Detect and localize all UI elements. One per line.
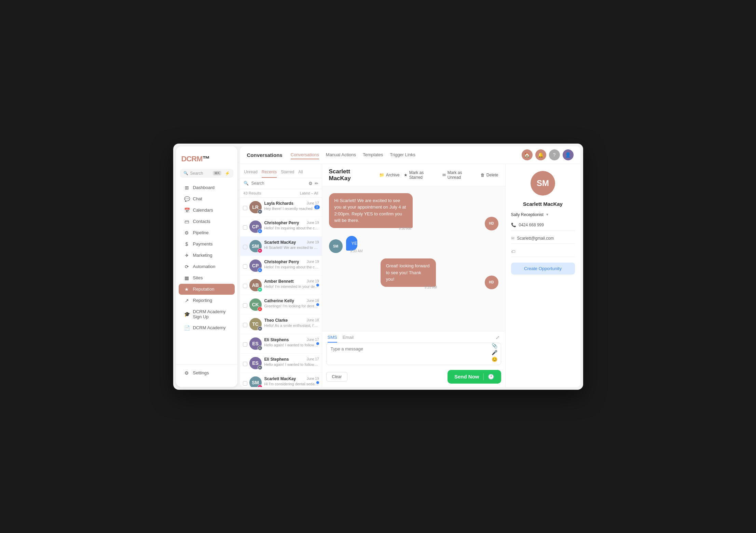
tab-email[interactable]: Email [343, 335, 354, 343]
list-item[interactable]: TC ● Theo Clarke June 18 Hello! As a smi… [240, 315, 322, 334]
conv-checkbox[interactable] [243, 225, 247, 230]
attachment-icon[interactable]: 📎 [492, 343, 497, 348]
message-input[interactable] [331, 346, 497, 360]
list-item[interactable]: SM ● Scarlett MacKay June 19 Hi I'm cons… [240, 373, 322, 387]
conv-avatar: LR ● [249, 201, 262, 213]
list-item[interactable]: CK ● Catherine Kelly June 18 Greetings! … [240, 295, 322, 315]
nav-item-reporting[interactable]: ↗ Reporting [179, 295, 235, 306]
conv-checkbox[interactable] [243, 245, 247, 249]
bell-nav-icon[interactable]: 🔔 [535, 149, 546, 160]
list-item[interactable]: SM ● Scarlett MacKay June 19 Hi Scarlett… [240, 237, 322, 256]
conv-tab-unread[interactable]: Unread [244, 168, 258, 178]
clock-icon[interactable]: 🕐 [488, 374, 494, 380]
conv-checkbox[interactable] [243, 381, 247, 386]
list-item[interactable]: CP ● Christopher Perry June 19 Hello! I'… [240, 256, 322, 276]
msg-bubble: Hi Scarlett! We are excited to see you a… [329, 193, 413, 228]
right-panel: SM Scarlett MacKay Sally Receptionist ▼ … [505, 164, 580, 387]
clear-button[interactable]: Clear [326, 372, 348, 382]
emoji-icon[interactable]: 😊 [492, 357, 497, 362]
compose-icon[interactable]: ✏ [315, 181, 318, 186]
mark-starred-label: Mark as Starred [409, 170, 438, 180]
conv-checkbox[interactable] [243, 342, 247, 347]
delete-button[interactable]: 🗑 Delete [481, 173, 498, 177]
nav-item-automation[interactable]: ⟳ Automation [179, 261, 235, 272]
message-row: SM YES! 9:33 AM [329, 236, 498, 253]
mic-icon[interactable]: 🎤 [492, 350, 497, 355]
sort-label[interactable]: Latest – All [300, 191, 318, 195]
nav-item-marketing[interactable]: ✈ Marketing [179, 250, 235, 261]
msg-avatar: SM [329, 239, 343, 253]
chat-header-actions: 📁 Archive ★ Mark as Starred ✉ Mark as Un… [379, 170, 498, 180]
nav-item-contacts[interactable]: 🗃 Contacts [179, 216, 235, 227]
msg-avatar: HD [485, 276, 498, 289]
send-now-button[interactable]: Send Now 🕐 [448, 370, 501, 384]
nav-item-dcrm-academy[interactable]: 📄 DCRM Academy [179, 322, 235, 333]
unread-dot [316, 342, 319, 345]
list-item[interactable]: LR ● Layla Richards June 17 Hey there! I… [240, 198, 322, 217]
top-nav-tab-manual-actions[interactable]: Manual Actions [326, 151, 356, 159]
avatar-badge: ● [258, 209, 262, 214]
conv-checkbox[interactable] [243, 206, 247, 210]
star-icon: ★ [404, 173, 408, 177]
filter-icon[interactable]: ⚙ [308, 181, 313, 186]
msg-group: Great! looking forward to see you! Thank… [381, 258, 481, 289]
conv-tab-recents[interactable]: Recents [262, 168, 277, 178]
conv-info: Theo Clarke June 18 Hello! As a smile en… [264, 318, 319, 328]
expand-icon[interactable]: ⤢ [496, 335, 500, 343]
assigned-name: Sally Receptionist [511, 212, 544, 217]
main-content: Conversations ConversationsManual Action… [240, 146, 580, 387]
sidebar-search-box[interactable]: 🔍 Search ⌘K ⚡ [180, 169, 233, 178]
nav-item-reputation[interactable]: ★ Reputation [179, 284, 235, 295]
conv-date: June 17 [307, 357, 319, 361]
top-nav-tab-conversations[interactable]: Conversations [291, 151, 319, 159]
conv-date: June 18 [307, 318, 319, 322]
msg-time: 9:33 AM [346, 249, 367, 253]
nav-item-calendars[interactable]: 📅 Calendars [179, 205, 235, 216]
dropdown-arrow-icon[interactable]: ▼ [546, 213, 549, 216]
conv-items: LR ● Layla Richards June 17 Hey there! I… [240, 198, 322, 387]
settings-label: Settings [193, 370, 209, 375]
conv-checkbox[interactable] [243, 284, 247, 288]
nav-item-dcrm-signup[interactable]: 🎓 DCRM Academy Sign Up [179, 306, 235, 322]
top-nav-tab-trigger-links[interactable]: Trigger Links [390, 151, 415, 159]
user-nav-icon[interactable]: 👤 [563, 149, 574, 160]
archive-button[interactable]: 📁 Archive [379, 173, 400, 177]
create-opportunity-button[interactable]: Create Opportunity [511, 263, 575, 275]
mark-starred-button[interactable]: ★ Mark as Starred [404, 170, 438, 180]
avatar-badge: ● [258, 268, 262, 272]
nav-label-dashboard: Dashboard [193, 185, 215, 190]
chat-input-icons: 📎 🎤 😊 [492, 343, 497, 362]
conv-avatar: ES ● [249, 357, 262, 369]
nav-item-dashboard[interactable]: ⊞ Dashboard [179, 182, 235, 193]
nav-item-chat[interactable]: 💬 Chat [179, 194, 235, 204]
list-item[interactable]: ES ● Eli Stephens June 17 Hello again! I… [240, 334, 322, 354]
msg-avatar: HD [485, 217, 498, 230]
conv-search-input[interactable] [251, 181, 306, 186]
conv-preview: Hello again! I wanted to follow up on r [264, 362, 319, 367]
conv-tab-starred[interactable]: Starred [281, 168, 294, 178]
conv-preview: Hello! I'm inquiring about the cost of c [264, 265, 319, 269]
conv-checkbox[interactable] [243, 362, 247, 366]
conv-checkbox[interactable] [243, 264, 247, 269]
list-item[interactable]: AB ● Amber Bennett June 19 Hello! I'm in… [240, 276, 322, 295]
conv-avatar: AB ● [249, 279, 262, 291]
nav-item-sites[interactable]: ▦ Sites [179, 272, 235, 283]
mark-unread-button[interactable]: ✉ Mark as Unread [442, 170, 477, 180]
nav-item-pipeline[interactable]: ⚙ Pipeline [179, 227, 235, 238]
conv-name-row: Christopher Perry June 19 [264, 221, 319, 225]
chat-icon: 💬 [184, 196, 190, 202]
conv-name-row: Christopher Perry June 19 [264, 259, 319, 264]
conv-checkbox[interactable] [243, 323, 247, 327]
list-item[interactable]: CP ● Christopher Perry June 19 Hello! I'… [240, 217, 322, 237]
home-nav-icon[interactable]: 🏠 [522, 149, 533, 160]
reputation-icon: ★ [184, 287, 190, 292]
help-nav-icon[interactable]: ? [549, 149, 560, 160]
list-item[interactable]: ES ● Eli Stephens June 17 Hello again! I… [240, 354, 322, 373]
tab-sms[interactable]: SMS [328, 335, 337, 343]
top-nav-tab-templates[interactable]: Templates [363, 151, 383, 159]
conv-checkbox[interactable] [243, 303, 247, 308]
unread-dot [316, 381, 319, 384]
nav-item-settings[interactable]: ⚙ Settings [179, 368, 235, 378]
nav-item-payments[interactable]: $ Payments [179, 239, 235, 250]
conv-tab-all[interactable]: All [298, 168, 303, 178]
